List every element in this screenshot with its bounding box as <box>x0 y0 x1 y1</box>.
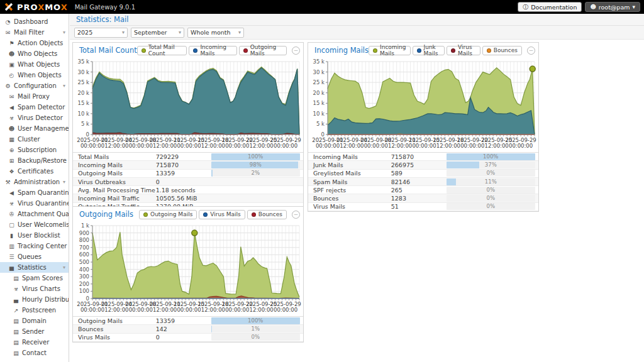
sidebar-item-spam-detector[interactable]: ◀Spam Detector <box>0 102 69 112</box>
legend-item-outgoing-mails[interactable]: Outgoing Mails <box>239 46 287 55</box>
wrench-icon: ⚒ <box>4 179 12 185</box>
sidebar-item-label: Cluster <box>18 136 40 143</box>
line-chart-icon: ↗ <box>12 307 20 314</box>
table-row-spf-rejects: SPF rejects2650% <box>308 186 538 194</box>
svg-text:20 k: 20 k <box>313 90 325 96</box>
sidebar-item-who-objects[interactable]: ☻Who Objects <box>0 48 69 59</box>
sidebar-item-virus-charts[interactable]: ☣Virus Charts <box>0 283 69 294</box>
svg-text:400: 400 <box>79 266 89 273</box>
sidebar-item-backup-restore[interactable]: ⊞Backup/Restore <box>0 155 69 166</box>
sidebar-item-label: When Objects <box>18 72 62 79</box>
charts-content: Total Mail CountTotal Mail CountIncoming… <box>70 40 644 361</box>
sidebar-item-mail-filter[interactable]: ✉Mail Filter▾ <box>0 27 69 38</box>
legend-label: Virus Mails <box>210 211 240 217</box>
sidebar-item-tracking-center[interactable]: ▥Tracking Center <box>0 241 69 251</box>
sidebar-item-cluster[interactable]: ▦Cluster <box>0 134 69 145</box>
sidebar-item-virus-quarantine[interactable]: ☣Virus Quarantine <box>0 198 69 209</box>
sidebar-item-postscreen[interactable]: ↗Postscreen <box>0 305 69 315</box>
year-select[interactable]: 2025 ▾ <box>74 28 128 38</box>
legend-label: Incoming Mails <box>380 44 406 57</box>
sidebar-item-attachment-quarantine[interactable]: ✇Attachment Quarantine <box>0 209 69 219</box>
row-label: Avg. Mail Processing Time <box>73 187 156 194</box>
sidebar-item-statistics[interactable]: ▅Statistics▾ <box>0 262 69 273</box>
svg-text:10 k: 10 k <box>313 111 325 117</box>
brand-letter: R <box>24 3 31 12</box>
documentation-button[interactable]: ⓘ Documentation <box>518 2 582 12</box>
legend-item-virus-mails[interactable]: Virus Mails <box>447 46 480 55</box>
sidebar-item-virus-detector[interactable]: ☣Virus Detector <box>0 112 69 123</box>
chevron-down-icon: ▾ <box>122 30 125 35</box>
sidebar-item-receiver[interactable]: ▤Receiver <box>0 337 69 348</box>
sidebar-item-user-welcomelist[interactable]: ▢User Welcomelist <box>0 219 69 230</box>
legend-dot-icon <box>203 212 208 217</box>
row-percent-cell: 11% <box>447 178 538 185</box>
legend-dot-icon <box>487 48 491 53</box>
sidebar-item-contact[interactable]: ▤Contact <box>0 348 69 358</box>
sidebar-item-spam-quarantine[interactable]: ◀Spam Quarantine <box>0 187 69 198</box>
sidebar-item-when-objects[interactable]: ◴When Objects <box>0 70 69 80</box>
sidebar-item-hourly-distribution[interactable]: ▄Hourly Distribution <box>0 294 69 305</box>
row-percent-cell: 2% <box>211 170 303 177</box>
legend-label: Incoming Mails <box>200 44 232 57</box>
sidebar-item-spam-scores[interactable]: ▤Spam Scores <box>0 273 69 283</box>
legend-item-virus-mails[interactable]: Virus Mails <box>199 210 245 219</box>
percent-bar: 2% <box>211 170 300 177</box>
legend-item-bounces[interactable]: Bounces <box>247 210 287 219</box>
sidebar-item-what-objects[interactable]: ▣What Objects <box>0 59 69 70</box>
table-icon: ▤ <box>12 275 20 282</box>
legend-item-incoming-mails[interactable]: Incoming Mails <box>189 46 236 55</box>
sidebar-item-subscription[interactable]: ⊕Subscription <box>0 145 69 155</box>
row-label: SPF rejects <box>308 187 391 194</box>
legend-item-junk-mails[interactable]: Junk Mails <box>413 46 445 55</box>
sidebar-item-queues[interactable]: ☰Queues <box>0 251 69 262</box>
sidebar-item-user-blocklist[interactable]: ▮User Blocklist <box>0 230 69 241</box>
user-menu-button[interactable]: ☻ root@pam ▾ <box>585 2 640 12</box>
collapse-panel-icon[interactable]: − <box>292 211 300 219</box>
svg-text:12:00:00: 12:00:00 <box>201 143 225 149</box>
range-select[interactable]: Whole month ▾ <box>187 28 244 38</box>
row-label: Incoming Mails <box>73 162 156 168</box>
collapse-panel-icon[interactable]: − <box>292 47 300 55</box>
row-value: 265 <box>391 187 447 194</box>
legend-item-outgoing-mails[interactable]: Outgoing Mails <box>139 210 197 219</box>
sidebar-nav: ◔Dashboard✉Mail Filter▾⚑Action Objects☻W… <box>0 14 69 362</box>
brand-letter: X <box>61 3 68 12</box>
table-row-incoming-mail-traffic: Incoming Mail Traffic10505.56 MiB <box>73 194 303 202</box>
svg-text:12:00:00: 12:00:00 <box>340 143 364 149</box>
sidebar-item-label: Sender <box>22 328 44 335</box>
sidebar-item-label: Receiver <box>22 339 49 346</box>
table-row-incoming-mails: Incoming Mails715870100% <box>308 153 538 161</box>
sidebar-item-action-objects[interactable]: ⚑Action Objects <box>0 38 69 48</box>
row-label: Spam Mails <box>308 178 391 185</box>
sidebar-item-label: Virus Quarantine <box>18 200 69 207</box>
sidebar-item-label: Postscreen <box>22 307 56 314</box>
table-icon: ▤ <box>12 329 20 335</box>
month-select[interactable]: September ▾ <box>131 28 184 38</box>
legend-item-total-mail-count[interactable]: Total Mail Count <box>137 46 187 55</box>
svg-text:20 k: 20 k <box>78 90 90 96</box>
legend-label: Bounces <box>494 47 518 53</box>
table-row-incoming-mails: Incoming Mails71587098% <box>73 161 303 169</box>
row-label: Bounces <box>73 326 156 332</box>
svg-text:12:00:00: 12:00:00 <box>436 143 460 149</box>
sidebar-item-user-management[interactable]: ☻User Management <box>0 123 69 134</box>
brand-letter: P <box>17 3 24 12</box>
row-value: 142 <box>156 326 211 332</box>
collapse-panel-icon[interactable]: − <box>527 47 535 55</box>
sidebar-item-label: Tracking Center <box>18 243 67 250</box>
table-icon: ▤ <box>12 318 20 324</box>
row-percent-cell: 100% <box>447 153 538 160</box>
table-row-junk-mails: Junk Mails26697537% <box>308 161 538 169</box>
sidebar-item-certificates[interactable]: ❖Certificates <box>0 166 69 177</box>
legend-item-incoming-mails[interactable]: Incoming Mails <box>369 46 411 55</box>
sidebar-item-domain[interactable]: ▤Domain <box>0 315 69 326</box>
panel-title: Incoming Mails <box>314 46 369 55</box>
sidebar-item-dashboard[interactable]: ◔Dashboard <box>0 16 69 27</box>
sidebar-item-mail-proxy[interactable]: ✉Mail Proxy <box>0 91 69 102</box>
sidebar-item-administration[interactable]: ⚒Administration▾ <box>0 177 69 187</box>
svg-text:1 k: 1 k <box>81 222 89 229</box>
sidebar-item-configuration[interactable]: ⚙Configuration▾ <box>0 80 69 91</box>
legend-item-bounces[interactable]: Bounces <box>482 46 522 55</box>
table-row-outgoing-mails: Outgoing Mails133592% <box>73 170 303 178</box>
sidebar-item-sender[interactable]: ▤Sender <box>0 326 69 337</box>
